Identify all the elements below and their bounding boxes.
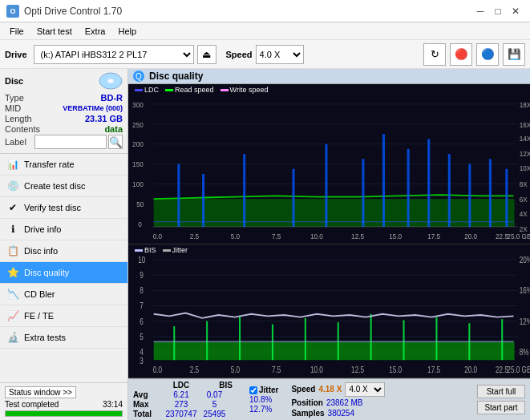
toolbar-btn-2[interactable]: 🔴	[450, 43, 472, 66]
nav-transfer-rate[interactable]: 📊 Transfer rate	[0, 154, 127, 176]
svg-text:7: 7	[140, 302, 144, 311]
legend-bis-label: BIS	[144, 246, 156, 254]
drive-select[interactable]: (k:) ATAPI iHBS312 2 PL17	[34, 45, 194, 64]
bottom-chart-svg: 10 9 8 7 6 5 4 3 20% 16% 12% 8% 0.0 2.5	[128, 244, 530, 378]
titlebar-controls: ─ □ ✕	[472, 3, 524, 19]
create-test-disc-icon: 💿	[6, 180, 19, 192]
nav-extra-tests[interactable]: 🔬 Extra tests	[0, 327, 127, 349]
nav-extra-tests-label: Extra tests	[24, 333, 66, 342]
nav-verify-test-disc[interactable]: ✔ Verify test disc	[0, 197, 127, 219]
status-window-button[interactable]: Status window >>	[5, 386, 76, 398]
nav-create-test-disc[interactable]: 💿 Create test disc	[0, 176, 127, 197]
toolbar-btn-4[interactable]: 💾	[503, 43, 525, 66]
label-search-button[interactable]: 🔍	[108, 135, 123, 149]
disc-mid-value: VERBATIMe (000)	[63, 104, 123, 112]
svg-text:250: 250	[132, 120, 144, 129]
svg-rect-53	[505, 169, 508, 227]
svg-text:5.0: 5.0	[231, 365, 240, 374]
nav-drive-info[interactable]: ℹ Drive info	[0, 219, 127, 240]
nav-fe-te[interactable]: 📈 FE / TE	[0, 305, 127, 327]
svg-text:20%: 20%	[520, 256, 530, 265]
svg-text:150: 150	[132, 160, 144, 169]
svg-rect-48	[407, 149, 410, 227]
svg-text:4: 4	[140, 348, 144, 357]
svg-rect-46	[362, 159, 364, 227]
content-header-icon: Q	[133, 71, 144, 82]
jitter-checkbox[interactable]	[249, 386, 257, 394]
action-buttons: Start full Start part	[477, 385, 525, 414]
speed-label: Speed	[291, 385, 315, 394]
titlebar: O Opti Drive Control 1.70 ─ □ ✕	[0, 0, 530, 22]
disc-header: Disc	[5, 72, 123, 90]
svg-text:10.0: 10.0	[310, 365, 323, 374]
svg-text:2.5: 2.5	[190, 365, 199, 374]
label-input-row: 🔍	[34, 135, 123, 149]
menu-extra[interactable]: Extra	[79, 25, 112, 38]
svg-text:5.0: 5.0	[231, 232, 240, 240]
toolbar-btn-1[interactable]: ↻	[423, 43, 446, 66]
disc-info-icon: 📋	[6, 244, 19, 257]
svg-rect-49	[427, 139, 430, 227]
close-button[interactable]: ✕	[508, 3, 524, 19]
write-speed-color	[220, 89, 229, 91]
svg-rect-50	[448, 154, 451, 227]
jitter-color	[163, 249, 171, 252]
legend-read-speed: Read speed	[165, 86, 214, 94]
svg-rect-44	[292, 169, 294, 227]
svg-rect-41	[177, 164, 180, 227]
max-label: Max	[133, 400, 162, 409]
svg-point-2	[109, 80, 112, 83]
legend-bis: BIS	[135, 246, 156, 254]
nav-fe-te-label: FE / TE	[24, 311, 54, 321]
disc-mid-row: MID VERBATIMe (000)	[5, 103, 123, 113]
svg-text:17.5: 17.5	[427, 232, 440, 240]
speed-section: Speed 4.18 X 4.0 X Position 23862 MB Sam…	[291, 382, 385, 418]
disc-length-value: 23.31 GB	[85, 114, 123, 123]
menu-start-test[interactable]: Start test	[30, 25, 79, 38]
disc-contents-value: data	[104, 124, 123, 134]
svg-text:6X: 6X	[520, 195, 528, 204]
menubar: File Start test Extra Help	[0, 22, 530, 40]
svg-text:15.0: 15.0	[389, 232, 402, 240]
jitter-section: Jitter 10.8% 12.7%	[249, 386, 278, 414]
max-row: Max 273 5	[133, 400, 240, 409]
max-ldc: 273	[165, 400, 197, 409]
speed-dropdown[interactable]: 4.0 X	[345, 382, 385, 397]
svg-text:50: 50	[136, 200, 144, 208]
samples-label: Samples	[291, 409, 324, 418]
svg-rect-40	[154, 199, 515, 227]
start-part-button[interactable]: Start part	[477, 401, 525, 414]
svg-text:300: 300	[132, 100, 144, 109]
svg-text:12.5: 12.5	[351, 232, 364, 240]
label-input[interactable]	[34, 135, 107, 149]
disc-label-label: Label	[5, 137, 26, 147]
menu-file[interactable]: File	[3, 25, 30, 38]
position-value: 23862 MB	[326, 398, 363, 407]
svg-rect-42	[202, 174, 204, 227]
svg-rect-90	[272, 325, 273, 361]
app-icon: O	[6, 5, 19, 18]
minimize-button[interactable]: ─	[472, 3, 488, 19]
statusbar: Status window >> Test completed 33:14	[0, 382, 127, 420]
speed-display: 4.18 X	[318, 385, 342, 394]
bottom-chart: BIS Jitter	[128, 244, 530, 378]
speed-select[interactable]: 4.0 X	[256, 45, 304, 64]
extra-tests-icon: 🔬	[6, 331, 19, 344]
svg-text:0.0: 0.0	[153, 365, 162, 374]
svg-text:8: 8	[140, 287, 144, 296]
eject-button[interactable]: ⏏	[197, 45, 216, 64]
nav-disc-quality[interactable]: ⭐ Disc quality	[0, 262, 127, 284]
toolbar-btn-3[interactable]: 🔵	[476, 43, 499, 66]
maximize-button[interactable]: □	[490, 3, 506, 19]
top-chart: LDC Read speed Write speed	[128, 84, 530, 244]
svg-text:7.5: 7.5	[272, 365, 281, 374]
legend-read-speed-label: Read speed	[175, 86, 214, 94]
disc-contents-row: Contents data	[5, 124, 123, 134]
nav-disc-info[interactable]: 📋 Disc info	[0, 240, 127, 262]
start-full-button[interactable]: Start full	[477, 385, 525, 398]
menu-help[interactable]: Help	[111, 25, 143, 38]
avg-bis: 0.07	[200, 390, 229, 399]
app-title: Opti Drive Control 1.70	[24, 6, 122, 17]
total-label: Total	[133, 410, 162, 418]
nav-cd-bler[interactable]: 📉 CD Bler	[0, 284, 127, 305]
